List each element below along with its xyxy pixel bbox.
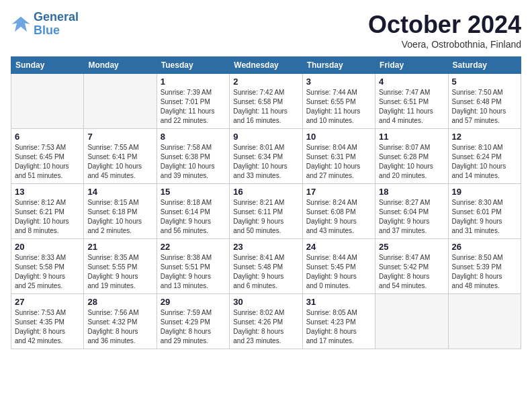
day-number: 8 [161, 132, 226, 142]
calendar-week-row: 6Sunrise: 7:53 AMSunset: 6:45 PMDaylight… [11, 129, 521, 184]
calendar-day-cell [448, 294, 521, 349]
calendar-day-cell: 11Sunrise: 8:07 AMSunset: 6:28 PMDayligh… [375, 129, 448, 184]
day-number: 23 [233, 242, 298, 252]
calendar-day-cell [11, 74, 84, 129]
day-number: 27 [15, 297, 80, 307]
day-number: 1 [161, 77, 226, 87]
day-number: 20 [15, 242, 80, 252]
weekday-header: Thursday [302, 57, 375, 74]
day-number: 31 [306, 297, 371, 307]
calendar-day-cell: 22Sunrise: 8:38 AMSunset: 5:51 PMDayligh… [157, 239, 229, 294]
day-info: Sunrise: 8:35 AMSunset: 5:55 PMDaylight:… [87, 253, 152, 291]
logo-line1: General [34, 10, 79, 24]
weekday-header: Tuesday [157, 57, 229, 74]
day-number: 2 [233, 77, 298, 87]
calendar-day-cell: 13Sunrise: 8:12 AMSunset: 6:21 PMDayligh… [11, 184, 84, 239]
day-info: Sunrise: 8:07 AMSunset: 6:28 PMDaylight:… [379, 143, 444, 181]
day-number: 16 [233, 187, 298, 197]
calendar-week-row: 27Sunrise: 7:53 AMSunset: 4:35 PMDayligh… [11, 294, 521, 349]
svg-marker-0 [12, 17, 30, 32]
day-number: 9 [233, 132, 298, 142]
logo: General Blue [11, 11, 79, 38]
calendar-day-cell: 28Sunrise: 7:56 AMSunset: 4:32 PMDayligh… [84, 294, 157, 349]
day-info: Sunrise: 7:58 AMSunset: 6:38 PMDaylight:… [161, 143, 226, 181]
calendar-day-cell: 3Sunrise: 7:44 AMSunset: 6:55 PMDaylight… [302, 74, 375, 129]
day-info: Sunrise: 8:50 AMSunset: 5:39 PMDaylight:… [452, 253, 517, 291]
calendar-day-cell: 12Sunrise: 8:10 AMSunset: 6:24 PMDayligh… [448, 129, 521, 184]
calendar-week-row: 20Sunrise: 8:33 AMSunset: 5:58 PMDayligh… [11, 239, 521, 294]
day-number: 24 [306, 242, 371, 252]
calendar-day-cell: 18Sunrise: 8:27 AMSunset: 6:04 PMDayligh… [375, 184, 448, 239]
day-info: Sunrise: 7:59 AMSunset: 4:29 PMDaylight:… [161, 308, 226, 346]
calendar-table: SundayMondayTuesdayWednesdayThursdayFrid… [11, 56, 521, 349]
day-info: Sunrise: 8:21 AMSunset: 6:11 PMDaylight:… [233, 198, 298, 236]
calendar-day-cell [375, 294, 448, 349]
day-info: Sunrise: 8:18 AMSunset: 6:14 PMDaylight:… [161, 198, 226, 236]
calendar-day-cell: 7Sunrise: 7:55 AMSunset: 6:41 PMDaylight… [84, 129, 157, 184]
day-info: Sunrise: 8:12 AMSunset: 6:21 PMDaylight:… [15, 198, 80, 236]
day-number: 6 [15, 132, 80, 142]
day-number: 10 [306, 132, 371, 142]
calendar-day-cell: 24Sunrise: 8:44 AMSunset: 5:45 PMDayligh… [302, 239, 375, 294]
calendar-day-cell [84, 74, 157, 129]
logo-icon [11, 14, 31, 34]
calendar-day-cell: 29Sunrise: 7:59 AMSunset: 4:29 PMDayligh… [157, 294, 229, 349]
day-number: 30 [233, 297, 298, 307]
day-info: Sunrise: 8:04 AMSunset: 6:31 PMDaylight:… [306, 143, 371, 181]
day-info: Sunrise: 8:33 AMSunset: 5:58 PMDaylight:… [15, 253, 80, 291]
day-number: 19 [452, 187, 517, 197]
day-number: 15 [161, 187, 226, 197]
day-info: Sunrise: 8:15 AMSunset: 6:18 PMDaylight:… [87, 198, 152, 236]
day-info: Sunrise: 7:44 AMSunset: 6:55 PMDaylight:… [306, 88, 371, 126]
day-number: 22 [161, 242, 226, 252]
month-title: October 2024 [368, 11, 521, 39]
logo-line2: Blue [34, 24, 60, 37]
weekday-header: Wednesday [230, 57, 302, 74]
day-info: Sunrise: 7:50 AMSunset: 6:48 PMDaylight:… [452, 88, 517, 126]
calendar-day-cell: 17Sunrise: 8:24 AMSunset: 6:08 PMDayligh… [302, 184, 375, 239]
weekday-header: Sunday [11, 57, 84, 74]
calendar-day-cell: 25Sunrise: 8:47 AMSunset: 5:42 PMDayligh… [375, 239, 448, 294]
day-number: 5 [452, 77, 517, 87]
day-number: 21 [87, 242, 152, 252]
calendar-day-cell: 5Sunrise: 7:50 AMSunset: 6:48 PMDaylight… [448, 74, 521, 129]
day-info: Sunrise: 8:44 AMSunset: 5:45 PMDaylight:… [306, 253, 371, 291]
calendar-day-cell: 16Sunrise: 8:21 AMSunset: 6:11 PMDayligh… [230, 184, 302, 239]
calendar-day-cell: 27Sunrise: 7:53 AMSunset: 4:35 PMDayligh… [11, 294, 84, 349]
day-info: Sunrise: 8:47 AMSunset: 5:42 PMDaylight:… [379, 253, 444, 291]
calendar-day-cell: 31Sunrise: 8:05 AMSunset: 4:23 PMDayligh… [302, 294, 375, 349]
day-info: Sunrise: 8:38 AMSunset: 5:51 PMDaylight:… [161, 253, 226, 291]
logo-text: General Blue [34, 11, 79, 38]
day-info: Sunrise: 7:39 AMSunset: 7:01 PMDaylight:… [161, 88, 226, 126]
day-number: 7 [87, 132, 152, 142]
calendar-week-row: 1Sunrise: 7:39 AMSunset: 7:01 PMDaylight… [11, 74, 521, 129]
day-number: 13 [15, 187, 80, 197]
day-number: 3 [306, 77, 371, 87]
day-info: Sunrise: 7:55 AMSunset: 6:41 PMDaylight:… [87, 143, 152, 181]
day-info: Sunrise: 7:47 AMSunset: 6:51 PMDaylight:… [379, 88, 444, 126]
day-number: 11 [379, 132, 444, 142]
day-info: Sunrise: 8:10 AMSunset: 6:24 PMDaylight:… [452, 143, 517, 181]
weekday-header: Saturday [448, 57, 521, 74]
calendar-day-cell: 9Sunrise: 8:01 AMSunset: 6:34 PMDaylight… [230, 129, 302, 184]
page-header: General Blue October 2024 Voera, Ostrobo… [11, 11, 521, 50]
calendar-day-cell: 6Sunrise: 7:53 AMSunset: 6:45 PMDaylight… [11, 129, 84, 184]
title-block: October 2024 Voera, Ostrobothnia, Finlan… [368, 11, 521, 50]
day-info: Sunrise: 8:24 AMSunset: 6:08 PMDaylight:… [306, 198, 371, 236]
day-info: Sunrise: 8:01 AMSunset: 6:34 PMDaylight:… [233, 143, 298, 181]
day-info: Sunrise: 8:41 AMSunset: 5:48 PMDaylight:… [233, 253, 298, 291]
calendar-day-cell: 23Sunrise: 8:41 AMSunset: 5:48 PMDayligh… [230, 239, 302, 294]
day-info: Sunrise: 8:30 AMSunset: 6:01 PMDaylight:… [452, 198, 517, 236]
day-info: Sunrise: 7:53 AMSunset: 4:35 PMDaylight:… [15, 308, 80, 346]
calendar-day-cell: 30Sunrise: 8:02 AMSunset: 4:26 PMDayligh… [230, 294, 302, 349]
day-number: 28 [87, 297, 152, 307]
calendar-day-cell: 8Sunrise: 7:58 AMSunset: 6:38 PMDaylight… [157, 129, 229, 184]
weekday-header-row: SundayMondayTuesdayWednesdayThursdayFrid… [11, 57, 521, 74]
weekday-header: Friday [375, 57, 448, 74]
calendar-day-cell: 19Sunrise: 8:30 AMSunset: 6:01 PMDayligh… [448, 184, 521, 239]
weekday-header: Monday [84, 57, 157, 74]
calendar-day-cell: 1Sunrise: 7:39 AMSunset: 7:01 PMDaylight… [157, 74, 229, 129]
day-number: 29 [161, 297, 226, 307]
day-info: Sunrise: 7:42 AMSunset: 6:58 PMDaylight:… [233, 88, 298, 126]
calendar-day-cell: 10Sunrise: 8:04 AMSunset: 6:31 PMDayligh… [302, 129, 375, 184]
